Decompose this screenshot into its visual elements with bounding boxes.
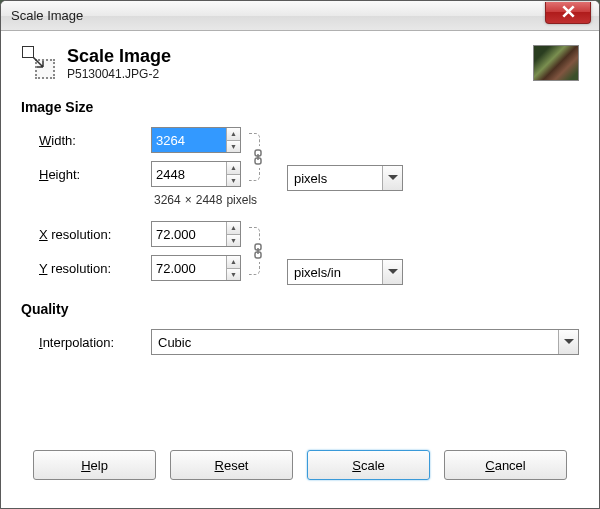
yres-input[interactable] [152, 256, 226, 280]
dialog-content: Scale Image P5130041.JPG-2 Image Size Wi… [1, 31, 599, 508]
width-label: Width: [39, 133, 151, 148]
titlebar[interactable]: Scale Image [1, 1, 599, 31]
width-spinner[interactable]: ▲▼ [151, 127, 241, 153]
scale-icon [21, 45, 57, 81]
size-unit-combo[interactable]: pixels [287, 165, 403, 191]
width-down[interactable]: ▼ [227, 141, 240, 153]
help-button[interactable]: Help [33, 450, 156, 480]
chain-icon [252, 153, 264, 168]
width-up[interactable]: ▲ [227, 128, 240, 141]
interpolation-combo[interactable]: Cubic [151, 329, 579, 355]
close-icon [562, 5, 575, 21]
xres-down[interactable]: ▼ [227, 235, 240, 247]
height-input[interactable] [152, 162, 226, 186]
height-down[interactable]: ▼ [227, 175, 240, 187]
height-spinner[interactable]: ▲▼ [151, 161, 241, 187]
chevron-down-icon [382, 166, 402, 190]
height-label: Height: [39, 167, 151, 182]
quality-heading: Quality [21, 301, 579, 317]
xres-input[interactable] [152, 222, 226, 246]
yres-up[interactable]: ▲ [227, 256, 240, 269]
res-unit-combo[interactable]: pixels/in [287, 259, 403, 285]
yres-label: Y resolution: [39, 261, 151, 276]
scale-button[interactable]: Scale [307, 450, 430, 480]
width-input[interactable] [152, 128, 226, 152]
size-chain-toggle[interactable] [252, 149, 264, 165]
yres-down[interactable]: ▼ [227, 269, 240, 281]
cancel-button[interactable]: Cancel [444, 450, 567, 480]
res-chain-toggle[interactable] [252, 243, 264, 259]
dialog-header: Scale Image P5130041.JPG-2 [21, 45, 579, 81]
close-button[interactable] [545, 2, 591, 24]
interpolation-label: Interpolation: [39, 335, 151, 350]
height-up[interactable]: ▲ [227, 162, 240, 175]
chevron-down-icon [558, 330, 578, 354]
chain-icon [252, 247, 264, 262]
xres-spinner[interactable]: ▲▼ [151, 221, 241, 247]
res-link-bracket [245, 221, 273, 281]
dimensions-readout: 3264×2448pixels [154, 193, 579, 207]
dialog-title: Scale Image [67, 46, 523, 67]
image-thumbnail [533, 45, 579, 81]
yres-spinner[interactable]: ▲▼ [151, 255, 241, 281]
size-link-bracket [245, 127, 273, 187]
image-size-heading: Image Size [21, 99, 579, 115]
button-bar: Help Reset Scale Cancel [21, 436, 579, 494]
reset-button[interactable]: Reset [170, 450, 293, 480]
chevron-down-icon [382, 260, 402, 284]
dialog-subtitle: P5130041.JPG-2 [67, 67, 523, 81]
xres-label: X resolution: [39, 227, 151, 242]
scale-image-dialog: Scale Image Scale Image P5130041.JPG-2 I… [0, 0, 600, 509]
window-title: Scale Image [11, 8, 83, 23]
xres-up[interactable]: ▲ [227, 222, 240, 235]
